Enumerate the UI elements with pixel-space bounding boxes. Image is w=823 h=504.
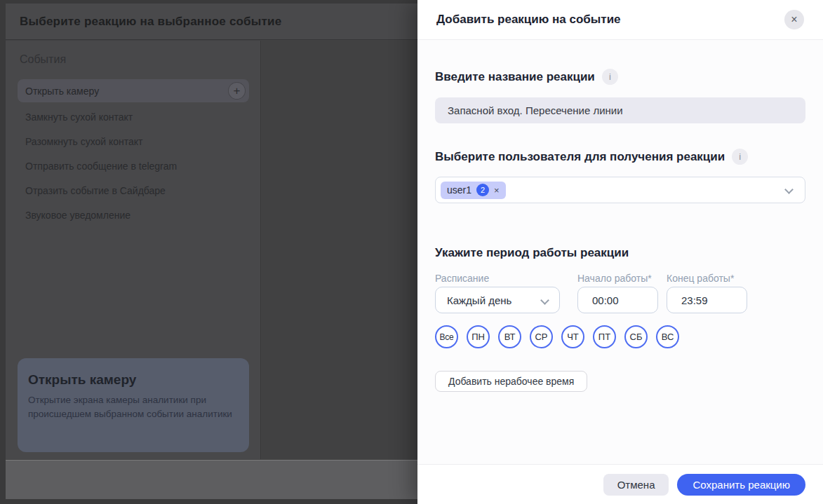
name-section-header: Введите название реакции i: [435, 69, 805, 85]
chevron-down-icon: [784, 185, 794, 194]
user-chip: user1 2 ×: [441, 182, 506, 199]
day-toggle-sun[interactable]: ВС: [656, 325, 679, 348]
start-time-input[interactable]: [577, 287, 658, 313]
chip-remove-icon[interactable]: ×: [494, 185, 500, 196]
add-reaction-plus-icon[interactable]: +: [228, 82, 246, 100]
period-field-labels: Расписание Начало работы* Конец работы*: [435, 273, 805, 284]
schedule-select[interactable]: Каждый день: [435, 287, 560, 313]
info-icon[interactable]: i: [732, 149, 748, 165]
modal-body: Введите название реакции i Выберите поль…: [417, 40, 823, 464]
end-label: Конец работы*: [667, 273, 734, 284]
event-description-card: Открыть камеру Открытие экрана камеры ан…: [18, 358, 249, 452]
add-downtime-button[interactable]: Добавить нерабочее время: [435, 371, 587, 392]
user-section-label: Выберите пользователя для получения реак…: [435, 150, 725, 164]
day-toggle-wed[interactable]: СР: [530, 325, 553, 348]
day-toggle-thu[interactable]: ЧТ: [561, 325, 584, 348]
screen: Выберите реакцию на выбранное событие Со…: [0, 0, 823, 504]
background-title: Выберите реакцию на выбранное событие: [20, 15, 281, 29]
info-icon[interactable]: i: [602, 69, 618, 85]
modal-title: Добавить реакцию на событие: [436, 13, 621, 27]
event-item[interactable]: Разомкнуть сухой контакт: [25, 136, 143, 147]
events-panel-label: События: [20, 53, 66, 66]
event-description-title: Открыть камеру: [28, 372, 238, 388]
weekday-toggles: Все ПН ВТ СР ЧТ ПТ СБ ВС: [435, 325, 805, 348]
user-select[interactable]: user1 2 ×: [435, 177, 805, 203]
cancel-button[interactable]: Отмена: [603, 474, 669, 496]
user-chip-name: user1: [447, 184, 471, 196]
save-reaction-button[interactable]: Сохранить реакцию: [677, 474, 805, 496]
start-label: Начало работы*: [577, 273, 667, 284]
event-item[interactable]: Звуковое уведомление: [25, 210, 131, 221]
period-section-heading: Укажите период работы реакции: [435, 246, 805, 260]
name-section-label: Введите название реакции: [435, 70, 595, 84]
event-description-text: Открытие экрана камеры аналитики при про…: [28, 393, 238, 421]
schedule-select-value: Каждый день: [447, 294, 511, 306]
required-mark: *: [648, 273, 651, 284]
add-reaction-modal: Добавить реакцию на событие × Введите на…: [417, 0, 823, 504]
day-toggle-all[interactable]: Все: [435, 325, 458, 348]
events-panel: События Открыть камеру + Замкнуть сухой …: [6, 41, 261, 459]
chevron-down-icon: [540, 296, 549, 305]
user-chip-count-badge: 2: [476, 184, 489, 196]
event-item[interactable]: Отправить сообщение в telegram: [25, 161, 177, 172]
reaction-name-input[interactable]: [435, 97, 805, 123]
day-toggle-mon[interactable]: ПН: [467, 325, 490, 348]
required-mark: *: [730, 273, 734, 284]
period-controls: Каждый день: [435, 287, 805, 313]
event-item-selected[interactable]: Открыть камеру +: [18, 79, 249, 102]
day-toggle-tue[interactable]: ВТ: [498, 325, 521, 348]
event-item[interactable]: Замкнуть сухой контакт: [25, 111, 133, 123]
end-time-input[interactable]: [667, 287, 747, 313]
modal-header: Добавить реакцию на событие ×: [417, 0, 823, 40]
modal-footer: Отмена Сохранить реакцию: [417, 464, 823, 504]
user-section-header: Выберите пользователя для получения реак…: [435, 149, 805, 165]
close-icon[interactable]: ×: [784, 10, 804, 29]
day-toggle-sat[interactable]: СБ: [624, 325, 648, 348]
event-item-label: Открыть камеру: [25, 86, 99, 97]
event-item[interactable]: Отразить событие в Сайдбаре: [25, 185, 166, 196]
day-toggle-fri[interactable]: ПТ: [593, 325, 616, 348]
schedule-label: Расписание: [435, 273, 577, 284]
